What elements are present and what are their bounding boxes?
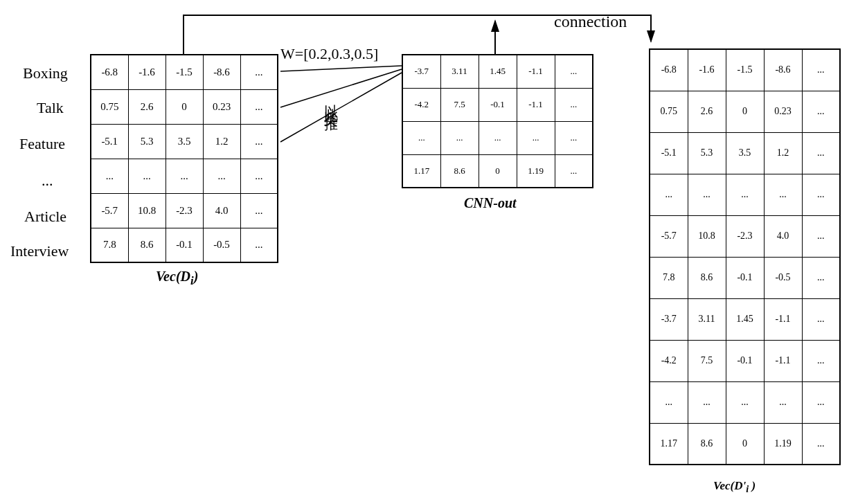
cell: -2.3	[726, 215, 764, 257]
cell: 1.19	[517, 154, 555, 188]
cell: ...	[555, 88, 593, 121]
cell: ...	[203, 159, 240, 193]
cell: 3.11	[440, 55, 479, 88]
conv-line-1	[280, 66, 402, 71]
cell: -1.5	[726, 49, 764, 91]
and-so-on-label: 以此类推	[322, 93, 341, 110]
cell: -3.7	[650, 298, 688, 340]
table-vec-di: -6.8 -1.6 -1.5 -8.6 ... 0.75 2.6 0 0.23 …	[90, 54, 278, 263]
cell: -1.1	[764, 298, 802, 340]
cell: ...	[240, 193, 278, 228]
cell: ...	[440, 121, 479, 154]
row-label-article: Article	[24, 208, 66, 226]
cell: ...	[802, 298, 840, 340]
cell: 1.17	[650, 423, 688, 465]
cell: -6.8	[91, 55, 128, 89]
cell: 0	[726, 91, 764, 132]
weight-label: W=[0.2,0.3,0.5]	[280, 45, 378, 63]
cell: 3.11	[688, 298, 726, 340]
cell: 0	[479, 154, 517, 188]
cell: 0.75	[650, 91, 688, 132]
cell: ...	[650, 381, 688, 423]
cell: -3.7	[402, 55, 440, 88]
cell: 2.6	[128, 89, 166, 124]
row-label-boxing: Boxing	[23, 64, 68, 82]
cell: -5.1	[650, 132, 688, 174]
cell: 8.6	[688, 423, 726, 465]
row-label-feature: Feature	[19, 135, 65, 153]
cell: ...	[479, 121, 517, 154]
cell: ...	[128, 159, 166, 193]
cell: ...	[402, 121, 440, 154]
cell: -8.6	[203, 55, 240, 89]
cell: 10.8	[128, 193, 166, 228]
cell: 8.6	[128, 228, 166, 262]
cell: 1.19	[764, 423, 802, 465]
conv-line-2	[280, 69, 402, 107]
cell: ...	[240, 55, 278, 89]
cell: ...	[91, 159, 128, 193]
cell: 1.2	[203, 124, 240, 159]
cell: ...	[802, 381, 840, 423]
cell: -1.6	[128, 55, 166, 89]
connection-label: connection	[554, 12, 627, 31]
row-label-talk: Talk	[37, 99, 64, 117]
cell: 7.5	[440, 88, 479, 121]
cell: ...	[726, 174, 764, 215]
cell: ...	[802, 423, 840, 465]
cell: 8.6	[688, 257, 726, 298]
table-vec-di-prime: -6.8 -1.6 -1.5 -8.6 ... 0.75 2.6 0 0.23 …	[649, 48, 841, 465]
cell: -4.2	[650, 340, 688, 381]
cell: ...	[650, 174, 688, 215]
cell: ...	[764, 381, 802, 423]
conv-line-3	[280, 73, 402, 142]
cell: 0.23	[203, 89, 240, 124]
cell: -0.1	[166, 228, 203, 262]
cell: ...	[688, 174, 726, 215]
cell: ...	[240, 124, 278, 159]
cell: -5.7	[650, 215, 688, 257]
cell: ...	[688, 381, 726, 423]
cell: -1.1	[764, 340, 802, 381]
cell: 5.3	[688, 132, 726, 174]
cell: -0.1	[479, 88, 517, 121]
cell: -0.5	[203, 228, 240, 262]
cell: ...	[802, 49, 840, 91]
cell: 4.0	[203, 193, 240, 228]
caption-vec-di-prime: Vec(D'i )	[713, 479, 756, 495]
cell: -0.1	[726, 340, 764, 381]
cell: 3.5	[726, 132, 764, 174]
cell: -6.8	[650, 49, 688, 91]
cell: ...	[764, 174, 802, 215]
cell: ...	[555, 121, 593, 154]
cell: 10.8	[688, 215, 726, 257]
cell: -5.1	[91, 124, 128, 159]
cell: ...	[802, 257, 840, 298]
cell: ...	[802, 215, 840, 257]
cell: 1.2	[764, 132, 802, 174]
cell: ...	[517, 121, 555, 154]
cell: 1.45	[479, 55, 517, 88]
cell: -1.5	[166, 55, 203, 89]
cell: -2.3	[166, 193, 203, 228]
cell: 8.6	[440, 154, 479, 188]
cell: 7.8	[91, 228, 128, 262]
cell: ...	[555, 55, 593, 88]
cell: ...	[726, 381, 764, 423]
cell: -1.6	[688, 49, 726, 91]
cell: 7.8	[650, 257, 688, 298]
cell: -8.6	[764, 49, 802, 91]
cell: 1.17	[402, 154, 440, 188]
cell: -0.1	[726, 257, 764, 298]
cell: ...	[166, 159, 203, 193]
table-cnn-out: -3.7 3.11 1.45 -1.1 ... -4.2 7.5 -0.1 -1…	[402, 54, 593, 188]
cell: 1.45	[726, 298, 764, 340]
cell: ...	[240, 159, 278, 193]
cell: 0.23	[764, 91, 802, 132]
cell: -1.1	[517, 55, 555, 88]
cell: -1.1	[517, 88, 555, 121]
cell: 0	[166, 89, 203, 124]
cell: 7.5	[688, 340, 726, 381]
cell: ...	[802, 91, 840, 132]
cell: -0.5	[764, 257, 802, 298]
